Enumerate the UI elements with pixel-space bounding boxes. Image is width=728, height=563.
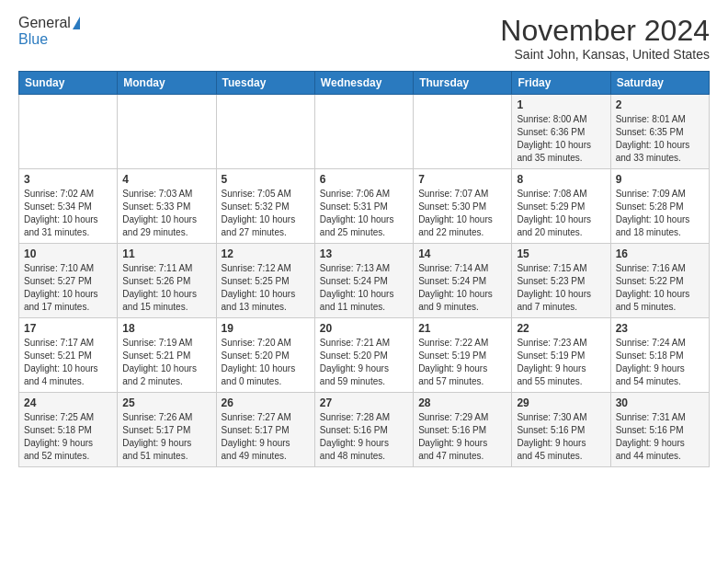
day-info: Sunrise: 7:11 AM Sunset: 5:26 PM Dayligh… — [122, 262, 210, 314]
header: General Blue November 2024 Saint John, K… — [18, 15, 710, 62]
logo-icon — [73, 17, 80, 29]
day-info: Sunrise: 7:23 AM Sunset: 5:19 PM Dayligh… — [517, 337, 605, 388]
col-sunday: Sunday — [19, 72, 118, 95]
calendar-header: Sunday Monday Tuesday Wednesday Thursday… — [19, 72, 710, 95]
day-info: Sunrise: 7:25 AM Sunset: 5:18 PM Dayligh… — [24, 411, 112, 463]
logo-blue-text: Blue — [18, 31, 48, 48]
week-row-4: 17Sunrise: 7:17 AM Sunset: 5:21 PM Dayli… — [19, 318, 710, 393]
day-number: 13 — [320, 247, 408, 260]
cell-w4-d6: 22Sunrise: 7:23 AM Sunset: 5:19 PM Dayli… — [512, 318, 610, 393]
col-friday: Friday — [512, 72, 610, 95]
cell-w5-d3: 26Sunrise: 7:27 AM Sunset: 5:17 PM Dayli… — [216, 393, 314, 467]
day-info: Sunrise: 8:00 AM Sunset: 6:36 PM Dayligh… — [517, 113, 605, 165]
cell-w5-d4: 27Sunrise: 7:28 AM Sunset: 5:16 PM Dayli… — [314, 393, 413, 467]
col-tuesday: Tuesday — [216, 72, 314, 95]
day-number: 6 — [320, 173, 408, 186]
page-container: General Blue November 2024 Saint John, K… — [0, 0, 728, 477]
calendar-body: 1Sunrise: 8:00 AM Sunset: 6:36 PM Daylig… — [19, 95, 710, 467]
day-number: 29 — [517, 396, 605, 409]
day-info: Sunrise: 7:16 AM Sunset: 5:22 PM Dayligh… — [616, 262, 704, 314]
day-number: 9 — [616, 173, 704, 186]
day-number: 7 — [418, 173, 506, 186]
cell-w3-d2: 11Sunrise: 7:11 AM Sunset: 5:26 PM Dayli… — [118, 244, 216, 318]
day-number: 15 — [517, 247, 605, 260]
cell-w5-d2: 25Sunrise: 7:26 AM Sunset: 5:17 PM Dayli… — [118, 393, 216, 467]
day-number: 20 — [320, 322, 408, 335]
col-wednesday: Wednesday — [314, 72, 413, 95]
day-info: Sunrise: 7:31 AM Sunset: 5:16 PM Dayligh… — [616, 411, 704, 463]
day-number: 1 — [517, 98, 605, 111]
cell-w4-d2: 18Sunrise: 7:19 AM Sunset: 5:21 PM Dayli… — [118, 318, 216, 393]
day-info: Sunrise: 7:05 AM Sunset: 5:32 PM Dayligh… — [222, 188, 310, 239]
cell-w3-d4: 13Sunrise: 7:13 AM Sunset: 5:24 PM Dayli… — [314, 244, 413, 318]
day-number: 8 — [517, 173, 605, 186]
cell-w1-d3 — [216, 95, 314, 169]
header-row: Sunday Monday Tuesday Wednesday Thursday… — [19, 72, 710, 95]
col-saturday: Saturday — [610, 72, 709, 95]
day-number: 28 — [418, 396, 506, 409]
cell-w1-d4 — [314, 95, 413, 169]
day-info: Sunrise: 7:10 AM Sunset: 5:27 PM Dayligh… — [24, 262, 112, 314]
cell-w2-d7: 9Sunrise: 7:09 AM Sunset: 5:28 PM Daylig… — [610, 169, 709, 244]
day-number: 21 — [418, 322, 506, 335]
cell-w1-d7: 2Sunrise: 8:01 AM Sunset: 6:35 PM Daylig… — [610, 95, 709, 169]
cell-w4-d1: 17Sunrise: 7:17 AM Sunset: 5:21 PM Dayli… — [19, 318, 118, 393]
day-number: 30 — [616, 396, 704, 409]
cell-w2-d3: 5Sunrise: 7:05 AM Sunset: 5:32 PM Daylig… — [216, 169, 314, 244]
cell-w4-d3: 19Sunrise: 7:20 AM Sunset: 5:20 PM Dayli… — [216, 318, 314, 393]
cell-w1-d2 — [118, 95, 216, 169]
location-subtitle: Saint John, Kansas, United States — [500, 47, 710, 62]
week-row-5: 24Sunrise: 7:25 AM Sunset: 5:18 PM Dayli… — [19, 393, 710, 467]
day-number: 19 — [222, 322, 310, 335]
day-info: Sunrise: 7:30 AM Sunset: 5:16 PM Dayligh… — [517, 411, 605, 463]
month-title: November 2024 — [500, 15, 710, 47]
day-info: Sunrise: 7:28 AM Sunset: 5:16 PM Dayligh… — [320, 411, 408, 463]
cell-w4-d7: 23Sunrise: 7:24 AM Sunset: 5:18 PM Dayli… — [610, 318, 709, 393]
cell-w3-d6: 15Sunrise: 7:15 AM Sunset: 5:23 PM Dayli… — [512, 244, 610, 318]
day-info: Sunrise: 7:06 AM Sunset: 5:31 PM Dayligh… — [320, 188, 408, 239]
week-row-3: 10Sunrise: 7:10 AM Sunset: 5:27 PM Dayli… — [19, 244, 710, 318]
cell-w3-d3: 12Sunrise: 7:12 AM Sunset: 5:25 PM Dayli… — [216, 244, 314, 318]
day-number: 16 — [616, 247, 704, 260]
day-info: Sunrise: 7:26 AM Sunset: 5:17 PM Dayligh… — [122, 411, 210, 463]
day-info: Sunrise: 7:29 AM Sunset: 5:16 PM Dayligh… — [418, 411, 506, 463]
day-number: 12 — [222, 247, 310, 260]
cell-w5-d6: 29Sunrise: 7:30 AM Sunset: 5:16 PM Dayli… — [512, 393, 610, 467]
day-info: Sunrise: 7:19 AM Sunset: 5:21 PM Dayligh… — [122, 337, 210, 388]
day-info: Sunrise: 7:12 AM Sunset: 5:25 PM Dayligh… — [222, 262, 310, 314]
cell-w4-d5: 21Sunrise: 7:22 AM Sunset: 5:19 PM Dayli… — [414, 318, 512, 393]
week-row-1: 1Sunrise: 8:00 AM Sunset: 6:36 PM Daylig… — [19, 95, 710, 169]
day-number: 17 — [24, 322, 112, 335]
day-info: Sunrise: 7:15 AM Sunset: 5:23 PM Dayligh… — [517, 262, 605, 314]
day-info: Sunrise: 7:13 AM Sunset: 5:24 PM Dayligh… — [320, 262, 408, 314]
day-info: Sunrise: 8:01 AM Sunset: 6:35 PM Dayligh… — [616, 113, 704, 165]
col-thursday: Thursday — [414, 72, 512, 95]
day-number: 14 — [418, 247, 506, 260]
cell-w2-d6: 8Sunrise: 7:08 AM Sunset: 5:29 PM Daylig… — [512, 169, 610, 244]
title-block: November 2024 Saint John, Kansas, United… — [500, 15, 710, 62]
day-number: 26 — [222, 396, 310, 409]
cell-w4-d4: 20Sunrise: 7:21 AM Sunset: 5:20 PM Dayli… — [314, 318, 413, 393]
day-info: Sunrise: 7:21 AM Sunset: 5:20 PM Dayligh… — [320, 337, 408, 388]
cell-w1-d6: 1Sunrise: 8:00 AM Sunset: 6:36 PM Daylig… — [512, 95, 610, 169]
day-info: Sunrise: 7:20 AM Sunset: 5:20 PM Dayligh… — [222, 337, 310, 388]
day-number: 10 — [24, 247, 112, 260]
day-info: Sunrise: 7:22 AM Sunset: 5:19 PM Dayligh… — [418, 337, 506, 388]
day-number: 18 — [122, 322, 210, 335]
cell-w2-d1: 3Sunrise: 7:02 AM Sunset: 5:34 PM Daylig… — [19, 169, 118, 244]
cell-w3-d1: 10Sunrise: 7:10 AM Sunset: 5:27 PM Dayli… — [19, 244, 118, 318]
calendar-table: Sunday Monday Tuesday Wednesday Thursday… — [18, 71, 710, 467]
day-info: Sunrise: 7:03 AM Sunset: 5:33 PM Dayligh… — [122, 188, 210, 239]
day-number: 22 — [517, 322, 605, 335]
day-info: Sunrise: 7:09 AM Sunset: 5:28 PM Dayligh… — [616, 188, 704, 239]
day-number: 24 — [24, 396, 112, 409]
day-number: 23 — [616, 322, 704, 335]
cell-w2-d5: 7Sunrise: 7:07 AM Sunset: 5:30 PM Daylig… — [414, 169, 512, 244]
day-number: 25 — [122, 396, 210, 409]
logo: General Blue — [18, 15, 80, 48]
cell-w3-d5: 14Sunrise: 7:14 AM Sunset: 5:24 PM Dayli… — [414, 244, 512, 318]
col-monday: Monday — [118, 72, 216, 95]
day-number: 3 — [24, 173, 112, 186]
day-info: Sunrise: 7:24 AM Sunset: 5:18 PM Dayligh… — [616, 337, 704, 388]
logo-line1: General — [18, 15, 80, 31]
